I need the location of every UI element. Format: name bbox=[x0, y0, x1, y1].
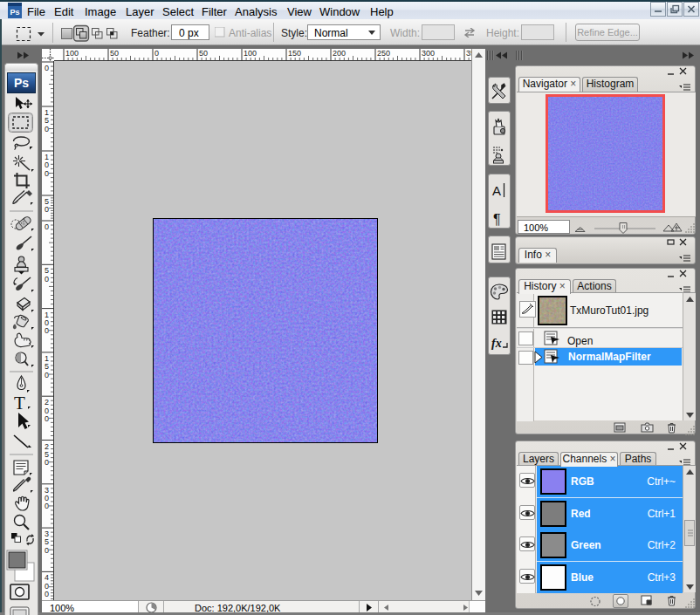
svg-text:100: 100 bbox=[244, 49, 257, 58]
svg-text:0: 0 bbox=[45, 64, 49, 72]
svg-text:50: 50 bbox=[110, 49, 119, 58]
svg-text:0: 0 bbox=[45, 371, 49, 379]
svg-text:0: 0 bbox=[45, 205, 49, 214]
svg-text:300: 300 bbox=[422, 49, 435, 58]
svg-text:50: 50 bbox=[199, 49, 208, 58]
svg-text:T: T bbox=[14, 393, 25, 413]
svg-text:0: 0 bbox=[45, 458, 49, 467]
svg-text:200: 200 bbox=[333, 49, 346, 58]
svg-text:A: A bbox=[492, 183, 501, 198]
svg-text:¶: ¶ bbox=[493, 212, 501, 227]
svg-text:0: 0 bbox=[45, 326, 49, 335]
svg-text:0: 0 bbox=[45, 169, 49, 178]
svg-text:0: 0 bbox=[45, 546, 49, 555]
svg-text:0: 0 bbox=[45, 125, 49, 133]
svg-text:0: 0 bbox=[45, 590, 49, 598]
svg-text:0: 0 bbox=[154, 49, 159, 58]
svg-text:fx: fx bbox=[491, 337, 502, 350]
svg-text:0: 0 bbox=[45, 414, 49, 423]
svg-text:250: 250 bbox=[377, 49, 390, 58]
svg-text:0: 0 bbox=[45, 275, 49, 284]
svg-text:0: 0 bbox=[45, 222, 49, 231]
svg-text:0: 0 bbox=[45, 502, 49, 510]
svg-text:150: 150 bbox=[288, 49, 301, 58]
svg-text:100: 100 bbox=[65, 49, 79, 58]
svg-text:Ps: Ps bbox=[10, 8, 19, 17]
